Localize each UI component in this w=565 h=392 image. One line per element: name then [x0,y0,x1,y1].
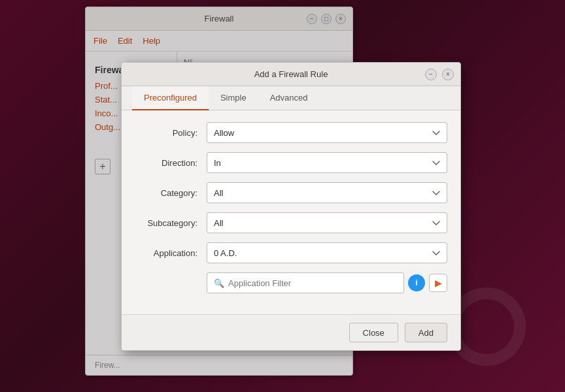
dialog-win-buttons: − × [425,69,454,80]
tab-simple[interactable]: Simple [209,86,258,110]
policy-select[interactable]: Allow [207,122,447,143]
category-select[interactable]: All [207,182,447,203]
application-filter-input[interactable] [228,278,397,288]
dialog-footer: Close Add [122,314,460,350]
filter-row: 🔍 i ▶ [207,272,447,293]
form-body: Policy: Allow Direction: In Category: Al… [122,110,460,314]
dialog-title: Add a Firewall Rule [254,69,328,79]
close-button[interactable]: Close [349,323,398,342]
category-row: Category: All [135,182,447,203]
direction-select[interactable]: In [207,152,447,173]
dialog-close-btn[interactable]: × [442,69,454,80]
subcategory-row: Subcategory: All [135,212,447,233]
category-label: Category: [135,188,207,198]
filter-info-button[interactable]: i [408,274,425,291]
subcategory-label: Subcategory: [135,218,207,228]
search-icon: 🔍 [214,278,224,288]
application-select[interactable]: 0 A.D. [207,242,447,263]
dialog-titlebar: Add a Firewall Rule − × [122,63,460,86]
direction-label: Direction: [135,158,207,168]
tab-preconfigured[interactable]: Preconfigured [132,86,209,110]
dialog-tabs: Preconfigured Simple Advanced [122,86,460,110]
dialog-minimize-btn[interactable]: − [425,69,437,80]
dialog-add-firewall-rule: Add a Firewall Rule − × Preconfigured Si… [121,62,461,351]
add-button[interactable]: Add [405,323,447,342]
filter-go-button[interactable]: ▶ [429,274,447,292]
policy-row: Policy: Allow [135,122,447,143]
direction-row: Direction: In [135,152,447,173]
filter-input-wrapper: 🔍 [207,272,404,293]
tab-advanced[interactable]: Advanced [258,86,320,110]
application-row: Application: 0 A.D. [135,242,447,263]
subcategory-select[interactable]: All [207,212,447,233]
policy-label: Policy: [135,128,207,138]
application-label: Application: [135,248,207,258]
